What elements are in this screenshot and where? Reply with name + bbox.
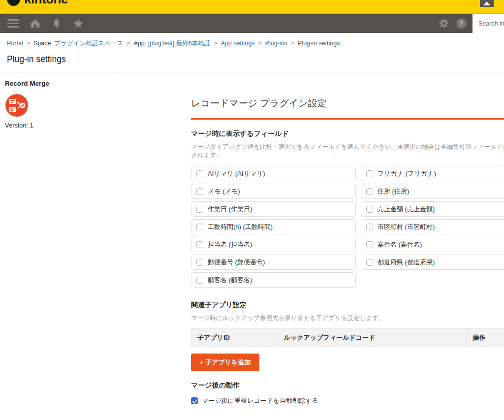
svg-text:?: ?	[459, 20, 463, 27]
add-subapp-button[interactable]: + 子アプリを追加	[191, 354, 259, 371]
breadcrumb-prefix: Space:	[33, 40, 54, 47]
checkbox-unchecked-icon[interactable]	[196, 241, 203, 248]
field-option[interactable]: 住所 (住所)	[361, 184, 504, 199]
field-option-label: メモ (メモ)	[208, 187, 240, 196]
field-option[interactable]: メモ (メモ)	[191, 184, 356, 199]
notifications-bell-icon[interactable]	[52, 18, 62, 29]
subapp-title: 関連子アプリ設定	[191, 301, 504, 310]
auto-delete-checkbox-row[interactable]: マージ後に重複レコードを自動削除する	[191, 396, 504, 405]
brand-bar: kintone	[0, 0, 504, 14]
field-option[interactable]: 工数時間(h) (工数時間)	[191, 219, 356, 234]
checkbox-unchecked-icon[interactable]	[366, 170, 373, 177]
breadcrumb-link[interactable]: Portal	[7, 40, 23, 47]
settings-gear-icon[interactable]	[439, 18, 449, 29]
breadcrumb-link[interactable]: App settings	[220, 40, 254, 47]
field-option-label: AIサマリ (AIサマリ)	[208, 169, 265, 178]
field-option[interactable]: 売上金額 (売上金額)	[361, 201, 504, 217]
field-option-label: 作業日 (作業日)	[208, 205, 252, 214]
checkbox-unchecked-icon[interactable]	[196, 224, 203, 230]
merge-fields-title: マージ時に表示するフィールド	[191, 129, 504, 138]
breadcrumb-prefix: App:	[134, 40, 148, 47]
breadcrumb-link[interactable]: Plug-ins	[265, 40, 287, 47]
field-option[interactable]: 担当者 (担当者)	[191, 237, 356, 252]
page-title: Plug-in settings	[7, 54, 504, 65]
breadcrumb-separator: >	[126, 40, 130, 47]
subapp-description: マージ時にルックアップ参照先を張り替える子アプリを設定します。	[191, 314, 504, 323]
navbar-left-icons	[0, 18, 84, 29]
hamburger-menu-icon[interactable]	[7, 19, 19, 28]
post-merge-section: マージ後の動作 マージ後に重複レコードを自動削除する	[191, 381, 504, 405]
checkbox-unchecked-icon[interactable]	[366, 188, 373, 195]
post-merge-title: マージ後の動作	[191, 381, 504, 390]
field-option[interactable]: 郵便番号 (郵便番号)	[191, 255, 356, 270]
field-option[interactable]: 都道府県 (都道府県)	[361, 255, 504, 270]
field-option-label: 都道府県 (都道府県)	[378, 258, 435, 267]
field-option-label: 顧客名 (顧客名)	[208, 276, 252, 285]
field-option-label: 担当者 (担当者)	[208, 240, 252, 249]
plugin-sidebar: Record Merge Version: 1	[0, 72, 112, 420]
checkbox-unchecked-icon[interactable]	[196, 170, 203, 177]
field-option[interactable]: 案件名 (案件名)	[361, 237, 504, 252]
field-column-left: AIサマリ (AIサマリ)メモ (メモ)作業日 (作業日)工数時間(h) (工数…	[191, 166, 356, 288]
collapse-header-button[interactable]	[480, 0, 494, 7]
field-option-label: 案件名 (案件名)	[378, 240, 422, 249]
breadcrumb-separator: >	[214, 40, 217, 47]
field-option-label: 市区町村 (市区町村)	[378, 223, 435, 231]
breadcrumb-link[interactable]: プラグイン検証スペース	[54, 40, 123, 47]
field-option-label: 売上金額 (売上金額)	[378, 205, 435, 214]
breadcrumb: Portal>Space: プラグイン検証スペース>App: [plugTest…	[0, 33, 504, 51]
subapp-table-header-row: 子アプリIDルックアップフィールドコード操作	[191, 329, 504, 347]
checkbox-unchecked-icon[interactable]	[196, 277, 203, 284]
field-option-label: 住所 (住所)	[378, 187, 409, 196]
home-icon[interactable]	[30, 18, 40, 29]
plugin-name: Record Merge	[5, 80, 107, 87]
breadcrumb-separator: >	[291, 40, 294, 47]
field-column-right: フリガナ (フリガナ)住所 (住所)売上金額 (売上金額)市区町村 (市区町村)…	[361, 166, 504, 288]
subapp-table-header-1: ルックアップフィールドコード	[278, 329, 466, 347]
breadcrumb-current: Plug-in settings	[298, 40, 340, 47]
field-option-label: 郵便番号 (郵便番号)	[208, 258, 265, 267]
subapp-section: 関連子アプリ設定 マージ時にルックアップ参照先を張り替える子アプリを設定します。…	[191, 301, 504, 371]
chevron-up-icon	[483, 1, 490, 5]
field-option[interactable]: 顧客名 (顧客名)	[191, 272, 356, 288]
help-icon[interactable]: ?	[456, 18, 467, 29]
kintone-logo-icon	[7, 0, 20, 6]
breadcrumb-separator: >	[27, 40, 30, 47]
field-option-label: 工数時間(h) (工数時間)	[208, 223, 273, 231]
checkbox-unchecked-icon[interactable]	[366, 206, 373, 213]
kintone-plugin-settings-page: kintone	[0, 0, 504, 420]
global-search	[472, 14, 504, 33]
field-option[interactable]: フリガナ (フリガナ)	[361, 166, 504, 181]
checkbox-checked-icon[interactable]	[191, 397, 198, 404]
favorites-star-icon[interactable]	[73, 18, 84, 29]
plugin-settings-panel: レコードマージ プラグイン設定 マージ時に表示するフィールド マージダイアログで…	[112, 72, 504, 420]
field-option[interactable]: AIサマリ (AIサマリ)	[191, 166, 356, 181]
field-option[interactable]: 市区町村 (市区町村)	[361, 219, 504, 234]
record-merge-plugin-icon	[5, 94, 29, 117]
subapp-table-header-0: 子アプリID	[191, 329, 278, 347]
navbar-right-icons: ?	[439, 18, 467, 29]
subapp-table-header-2: 操作	[467, 329, 504, 347]
plugin-version: Version: 1	[5, 122, 107, 129]
breadcrumb-link[interactable]: [plugTest] 最終6本検証	[148, 40, 210, 47]
kintone-logo-text: kintone	[24, 0, 68, 7]
checkbox-unchecked-icon[interactable]	[366, 224, 373, 230]
field-checkbox-grid: AIサマリ (AIサマリ)メモ (メモ)作業日 (作業日)工数時間(h) (工数…	[191, 166, 504, 288]
merge-fields-section: マージ時に表示するフィールド マージダイアログで値を比較・選択できるフィールドを…	[191, 129, 504, 288]
kintone-logo[interactable]: kintone	[7, 0, 68, 7]
checkbox-unchecked-icon[interactable]	[196, 259, 203, 266]
field-option[interactable]: 作業日 (作業日)	[191, 201, 356, 217]
field-option-label: フリガナ (フリガナ)	[378, 169, 436, 178]
auto-delete-label: マージ後に重複レコードを自動削除する	[202, 396, 318, 405]
content-area: Record Merge Version: 1 レコードマージ プラグイン設定	[0, 72, 504, 420]
settings-heading: レコードマージ プラグイン設定	[191, 97, 504, 120]
checkbox-unchecked-icon[interactable]	[196, 188, 203, 195]
checkbox-unchecked-icon[interactable]	[196, 206, 203, 213]
merge-fields-description: マージダイアログで値を比較・選択できるフィールドを選んでください。未選択の場合は…	[191, 143, 504, 160]
checkbox-unchecked-icon[interactable]	[366, 259, 373, 266]
global-navbar: ?	[0, 14, 504, 33]
subapp-table: 子アプリIDルックアップフィールドコード操作	[191, 328, 504, 347]
checkbox-unchecked-icon[interactable]	[366, 241, 373, 248]
search-input[interactable]	[472, 14, 504, 33]
breadcrumb-separator: >	[258, 40, 261, 47]
